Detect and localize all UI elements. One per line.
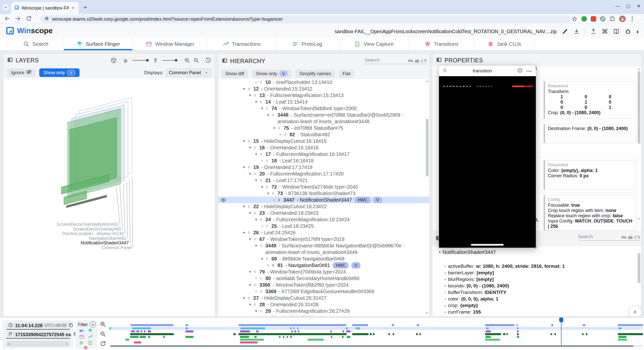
reload-icon[interactable] [26, 15, 32, 22]
expand-arrow-icon[interactable]: ▾ [259, 105, 265, 112]
screen-recording-track-segment[interactable] [618, 324, 643, 326]
tree-node-3369[interactable]: 3369 - 67726bf EdgeBackGestureHandler0#3… [218, 288, 426, 295]
tab-window-manager[interactable]: Window Manager [133, 38, 208, 50]
transitions-track-segment[interactable] [134, 341, 141, 343]
scroll-down-icon[interactable]: ▼ [637, 217, 640, 220]
proto-scrollbar[interactable] [638, 253, 640, 283]
info-icon[interactable] [517, 68, 523, 74]
window-manager-track-segment[interactable] [294, 330, 296, 332]
tab-transactions[interactable]: Transactions [208, 38, 275, 50]
browser-menu-icon[interactable]: ⋮ [629, 16, 635, 22]
tree-node-81[interactable]: 81 - NavigationBar0#81HWCV [218, 262, 426, 269]
visibility-eye-icon[interactable] [221, 197, 226, 203]
tree-node-25[interactable]: 25 - Leaf:18:23#25 [218, 223, 426, 229]
pin-icon[interactable] [247, 296, 251, 300]
surface-flinger-track-segment[interactable] [356, 327, 360, 329]
transactions-track-segment[interactable] [582, 333, 584, 335]
pin-icon[interactable] [277, 198, 281, 202]
window-manager-track-segment[interactable] [131, 330, 135, 332]
tree-node-75[interactable]: ▾75 - ed70f88 StatusBar#75 [218, 125, 426, 131]
pin-icon[interactable] [253, 211, 257, 215]
view-capture-track-segment[interactable] [125, 339, 130, 341]
screen-recording-track-segment[interactable] [131, 324, 173, 326]
transactions-track-segment[interactable] [233, 333, 235, 335]
tree-node-73[interactable]: ▾73 - 8736138 NotificationShade#73 [218, 190, 426, 197]
expand-arrow-icon[interactable]: ▾ [265, 190, 271, 197]
view-capture-track-segment[interactable] [240, 339, 264, 341]
window-manager-track-segment[interactable] [256, 330, 259, 332]
proto-property-blurRegions[interactable]: blurRegions:[empty] [442, 276, 494, 283]
tree-node-3447[interactable]: 3447 - NotificationShade#3447HWCV [218, 197, 429, 203]
tree-node-24[interactable]: ▾24 - FullscreenMagnification:18:23#24 [218, 216, 426, 223]
proto-search-input[interactable] [578, 234, 619, 239]
pin-icon[interactable] [283, 133, 287, 137]
expand-arrow-icon[interactable]: ▾ [247, 144, 253, 151]
transactions-track-segment[interactable] [503, 333, 505, 335]
hierarchy-search[interactable]: Aa ab (.*) [365, 57, 426, 64]
site-settings-icon[interactable] [44, 16, 49, 22]
protolog-track-segment[interactable] [517, 336, 519, 338]
reset-view-icon[interactable] [205, 57, 211, 64]
pin-icon[interactable] [271, 264, 275, 268]
omnibox[interactable] [40, 15, 571, 23]
screen-recording-track-segment[interactable] [583, 324, 585, 326]
pin-icon[interactable] [247, 87, 251, 91]
expand-arrow-icon[interactable]: ▾ [259, 255, 265, 262]
protolog-track-segment[interactable] [287, 336, 288, 338]
tree-node-13[interactable]: ▾13 - FullscreenMagnification:15:15#13 [218, 92, 426, 99]
window-manager-track-segment[interactable] [346, 330, 350, 332]
dark-mode-toggle-icon[interactable]: ◐ [636, 28, 640, 35]
extensions-puzzle-icon[interactable] [609, 16, 615, 22]
expand-arrow-icon[interactable]: ▾ [253, 177, 259, 184]
window-close-icon[interactable]: ✕ [637, 4, 640, 9]
tree-node-29[interactable]: ▾29 - FullscreenMagnification:26:27#29 [218, 308, 426, 314]
expand-arrow-icon[interactable]: ▾ [253, 216, 259, 223]
protolog-track-segment[interactable] [283, 336, 284, 338]
expand-arrow-icon[interactable]: ▾ [241, 203, 247, 210]
expand-arrow-icon[interactable]: ▾ [241, 295, 247, 301]
match-case-toggle[interactable]: Aa [621, 235, 626, 239]
zoom-in-icon[interactable] [184, 57, 190, 64]
pin-icon[interactable] [277, 126, 281, 130]
expand-arrow-icon[interactable]: ▾ [253, 242, 259, 249]
expand-arrow-icon[interactable]: ▾ [241, 229, 247, 236]
tree-node-67[interactable]: ▾67 - WindowToken{e5176f9 type=2019 andr… [218, 236, 426, 242]
tab-protolog[interactable]: ProtoLog [275, 38, 339, 50]
transactions-track-segment[interactable] [618, 333, 643, 335]
pin-icon[interactable] [265, 107, 269, 111]
tree-node-14[interactable]: ▾14 - Leaf:15:15#14 [218, 99, 426, 105]
view-capture-track-segment[interactable] [308, 339, 324, 341]
pin-icon[interactable] [253, 237, 257, 242]
tree-node-27[interactable]: ▾27 - HideDisplayCutout:26:31#27 [218, 295, 426, 301]
expand-arrow-icon[interactable]: ▾ [265, 112, 271, 118]
tab-close-icon[interactable] [71, 5, 75, 11]
protolog-track-segment[interactable] [148, 336, 150, 338]
pin-icon[interactable] [247, 139, 251, 144]
transactions-track-segment[interactable] [352, 333, 369, 335]
protolog-track-segment[interactable] [240, 336, 249, 338]
screen-recording-track-segment[interactable] [238, 324, 346, 326]
tree-node-17[interactable]: ▾17 - FullscreenMagnification:16:16#17 [218, 151, 426, 157]
tree-node-28[interactable]: ▾28 - OneHanded:26:31#28 [218, 301, 426, 308]
pin-icon[interactable] [259, 218, 263, 222]
tree-node-21[interactable]: ▾21 - Leaf:17:17#21 [218, 177, 426, 184]
pin-icon[interactable] [259, 80, 263, 85]
match-case-toggle[interactable]: Aa [408, 58, 413, 63]
proto-property-dataspace[interactable]: dataspace:BT709 sRGB Full range [442, 315, 526, 316]
screen-recording-track-segment[interactable] [551, 324, 553, 326]
download-trace-icon[interactable] [573, 28, 580, 35]
protolog-track-segment[interactable] [254, 336, 256, 338]
tree-node-26[interactable]: ▾26 - Leaf:24:25#26 [218, 229, 426, 236]
show-only-chip[interactable]: Show onlyV [39, 68, 79, 77]
protolog-track-segment[interactable] [342, 336, 343, 338]
surface-flinger-track-segment[interactable] [240, 327, 265, 329]
pin-icon[interactable] [265, 316, 269, 316]
proto-property-currFrame[interactable]: currFrame:155 [442, 309, 481, 315]
tree-node-10[interactable]: 10 - ImePlaceholder:13:14#10 [218, 79, 426, 85]
displays-select[interactable]: Common Panel [166, 68, 211, 77]
transactions-track-segment[interactable] [416, 333, 418, 335]
screen-recording-track-segment[interactable] [417, 324, 419, 326]
back-icon[interactable] [4, 15, 11, 22]
surface-flinger-track-segment[interactable] [486, 327, 489, 329]
upload-trace-icon[interactable] [590, 28, 597, 35]
